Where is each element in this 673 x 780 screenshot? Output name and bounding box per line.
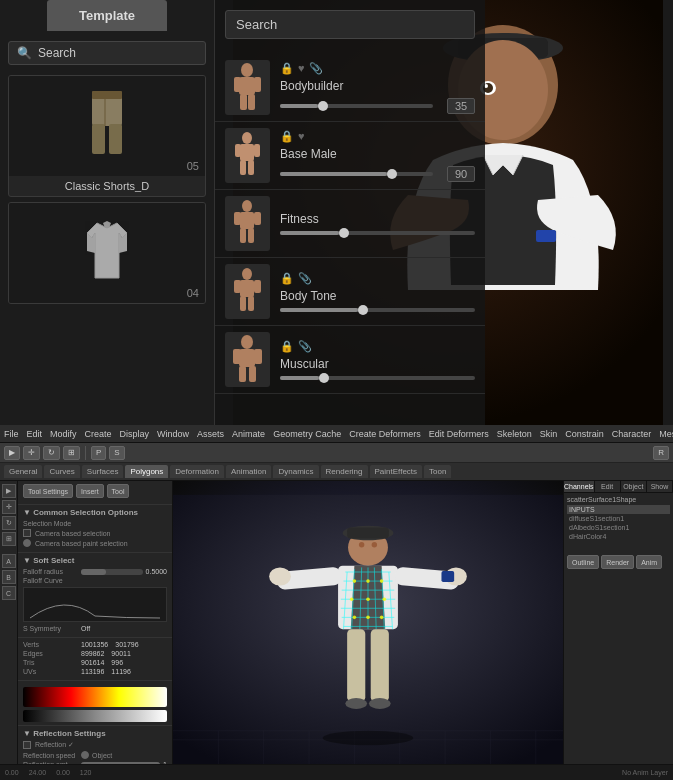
channel-inputs[interactable]: INPUTS (567, 505, 670, 514)
tab-deformation[interactable]: Deformation (170, 465, 224, 478)
menu-editdef[interactable]: Edit Deformers (429, 429, 489, 439)
uvs-value2: 11196 (111, 668, 130, 675)
camera-based-row: Camera based selection (23, 529, 167, 537)
tool-settings-btn[interactable]: Tool Settings (23, 484, 73, 498)
soft-select-title: ▼ Soft Select (23, 556, 167, 565)
menu-modify[interactable]: Modify (50, 429, 77, 439)
toolbar-move[interactable]: ✛ (23, 446, 40, 460)
symmetry-row: S Symmetry Off (23, 625, 167, 632)
tab-dynamics[interactable]: Dynamics (273, 465, 318, 478)
menu-createdef[interactable]: Create Deformers (349, 429, 421, 439)
tab-painteffects[interactable]: PaintEffects (370, 465, 423, 478)
selection-title: ▼ Common Selection Options (23, 508, 167, 517)
menu-display[interactable]: Display (120, 429, 150, 439)
tab-polygons[interactable]: Polygons (125, 465, 168, 478)
menu-skeleton[interactable]: Skeleton (497, 429, 532, 439)
color-bar[interactable] (23, 710, 167, 722)
morph-thumb-2 (225, 196, 270, 251)
tab-rendering[interactable]: Rendering (321, 465, 368, 478)
anim-btn[interactable]: Anim (636, 555, 662, 569)
tab-animation[interactable]: Animation (226, 465, 272, 478)
toolbar-scale[interactable]: ⊞ (63, 446, 80, 460)
clip-icon-3[interactable]: 📎 (298, 272, 312, 285)
morph-item-1: 🔒 ♥ Base Male 90 (215, 122, 485, 190)
svg-point-20 (242, 132, 252, 144)
svg-point-77 (345, 698, 367, 709)
template-tab[interactable]: Template (47, 0, 167, 31)
toolbar-render[interactable]: R (653, 446, 669, 460)
insert-btn[interactable]: Insert (76, 484, 104, 498)
refl-speed-radio[interactable] (81, 751, 89, 759)
menu-window[interactable]: Window (157, 429, 189, 439)
search-box[interactable]: 🔍 (8, 41, 206, 65)
camera-based-checkbox[interactable] (23, 529, 31, 537)
viewport[interactable]: No Anim Layer 0.00 24.00 0.00 (173, 481, 563, 780)
lock-icon-1[interactable]: 🔒 (280, 130, 294, 143)
toolbar-select[interactable]: ▶ (4, 446, 20, 460)
heart-icon-0[interactable]: ♥ (298, 62, 305, 75)
falloff-slider[interactable] (81, 569, 143, 575)
menu-edit[interactable]: Edit (27, 429, 43, 439)
svg-point-68 (366, 616, 370, 620)
svg-rect-21 (240, 144, 254, 161)
lock-icon-4[interactable]: 🔒 (280, 340, 294, 353)
lock-icon-3[interactable]: 🔒 (280, 272, 294, 285)
menu-assets[interactable]: Assets (197, 429, 224, 439)
clip-icon-0[interactable]: 📎 (309, 62, 323, 75)
tool-a[interactable]: A (2, 554, 16, 568)
menu-create[interactable]: Create (85, 429, 112, 439)
menu-file[interactable]: File (4, 429, 19, 439)
lock-icon-0[interactable]: 🔒 (280, 62, 294, 75)
channel-hair[interactable]: dHairColor4 (567, 532, 670, 541)
search-input[interactable] (38, 46, 197, 60)
channels-tab[interactable]: Channels (564, 481, 595, 492)
menu-character[interactable]: Character (612, 429, 652, 439)
svg-rect-42 (239, 366, 246, 382)
svg-point-38 (241, 335, 253, 349)
heart-icon-1[interactable]: ♥ (298, 130, 305, 143)
tab-curves[interactable]: Curves (44, 465, 79, 478)
toolbar-rotate[interactable]: ↻ (43, 446, 60, 460)
item-card-2[interactable]: 04 (8, 202, 206, 304)
outline-btn[interactable]: Outline (567, 555, 599, 569)
faces-label: Tris (23, 659, 78, 666)
morph-slider-4[interactable] (280, 376, 475, 380)
top-search-input[interactable] (236, 17, 464, 32)
camera-based2-radio[interactable] (23, 539, 31, 547)
menu-mesh[interactable]: Mesh (659, 429, 673, 439)
tool-select[interactable]: ▶ (2, 484, 16, 498)
reflection-checkbox[interactable] (23, 741, 31, 749)
menu-animate[interactable]: Animate (232, 429, 265, 439)
channel-diffuse[interactable]: diffuseS1section1 (567, 514, 670, 523)
toolbar-snap[interactable]: S (109, 446, 124, 460)
item-card-1[interactable]: 05 Classic Shorts_D (8, 75, 206, 197)
clip-icon-4[interactable]: 📎 (298, 340, 312, 353)
tool-move[interactable]: ✛ (2, 500, 16, 514)
morph-slider-0[interactable] (280, 104, 433, 108)
menu-constrain[interactable]: Constrain (565, 429, 604, 439)
tab-general[interactable]: General (4, 465, 42, 478)
menu-skin[interactable]: Skin (540, 429, 558, 439)
tool-b[interactable]: B (2, 570, 16, 584)
tab-surfaces[interactable]: Surfaces (82, 465, 124, 478)
color-gradient[interactable] (23, 687, 167, 707)
top-search-bar[interactable] (225, 10, 475, 39)
morph-slider-2[interactable] (280, 231, 475, 235)
tool-scale[interactable]: ⊞ (2, 532, 16, 546)
object-tab[interactable]: Object (621, 481, 647, 492)
show-tab[interactable]: Show (647, 481, 673, 492)
tool-rotate[interactable]: ↻ (2, 516, 16, 530)
camera-based-label: Camera based selection (35, 530, 111, 537)
morph-slider-3[interactable] (280, 308, 475, 312)
edit-tab[interactable]: Edit (595, 481, 621, 492)
render-btn[interactable]: Render (601, 555, 634, 569)
toolbar-poly[interactable]: P (91, 446, 106, 460)
channel-albedo[interactable]: dAlbedoS1section1 (567, 523, 670, 532)
tab-toon[interactable]: Toon (424, 465, 451, 478)
tool-btn[interactable]: Tool (107, 484, 130, 498)
falloff-curve-row: Falloff Curve (23, 577, 167, 584)
left-tools-strip: ▶ ✛ ↻ ⊞ A B C (0, 481, 18, 780)
menu-geocache[interactable]: Geometry Cache (273, 429, 341, 439)
morph-slider-1[interactable] (280, 172, 433, 176)
tool-c[interactable]: C (2, 586, 16, 600)
